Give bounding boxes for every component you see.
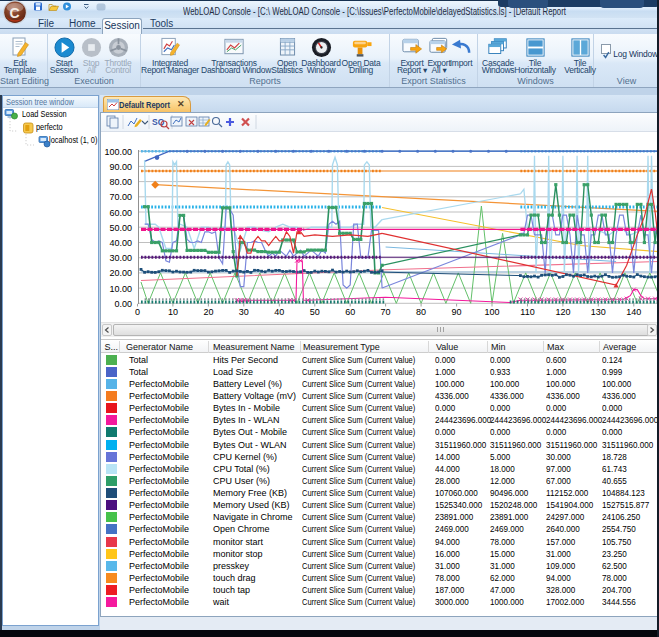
svg-text:60.00: 60.00: [109, 208, 132, 218]
svg-text:30: 30: [239, 307, 249, 317]
svg-text:10.00: 10.00: [109, 284, 132, 294]
svg-text:20.00: 20.00: [109, 268, 132, 278]
svg-text:20: 20: [203, 307, 213, 317]
svg-text:50.00: 50.00: [109, 223, 132, 233]
svg-text:70: 70: [381, 307, 391, 317]
svg-text:120: 120: [555, 307, 570, 317]
svg-text:C: C: [9, 5, 19, 21]
svg-text:140: 140: [626, 307, 641, 317]
svg-text:90: 90: [452, 307, 462, 317]
svg-text:80.00: 80.00: [109, 177, 132, 187]
svg-text:50: 50: [310, 307, 320, 317]
svg-text:40: 40: [274, 307, 284, 317]
svg-text:80: 80: [416, 307, 426, 317]
svg-text:30.00: 30.00: [109, 253, 132, 263]
svg-text:40.00: 40.00: [109, 238, 132, 248]
svg-text:0.00: 0.00: [114, 299, 132, 309]
svg-text:0: 0: [135, 307, 140, 317]
svg-text:100.00: 100.00: [104, 147, 132, 157]
svg-text:10: 10: [168, 307, 178, 317]
svg-text:70.00: 70.00: [109, 192, 132, 202]
svg-text:90.00: 90.00: [109, 162, 132, 172]
svg-text:130: 130: [591, 307, 606, 317]
svg-text:110: 110: [520, 307, 534, 317]
svg-text:100: 100: [484, 307, 499, 317]
svg-text:60: 60: [345, 307, 355, 317]
